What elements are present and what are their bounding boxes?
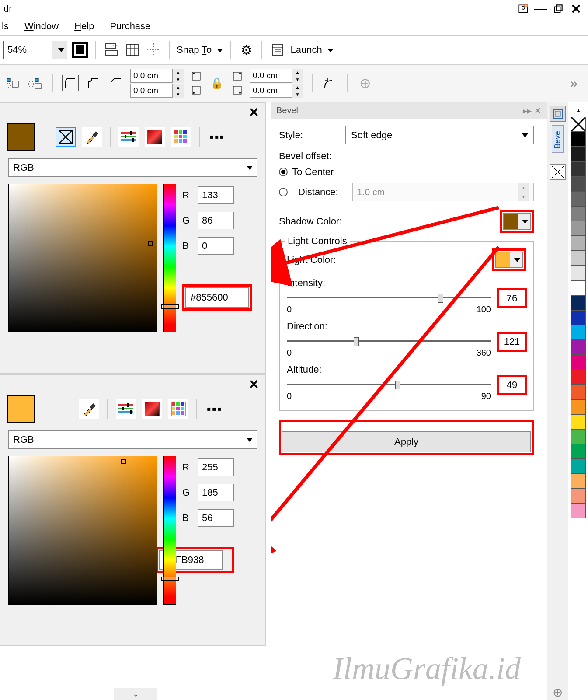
palette-swatch[interactable] xyxy=(571,161,586,176)
corner-tl-input[interactable] xyxy=(131,69,172,82)
corner-br-input[interactable] xyxy=(250,84,292,97)
no-color-swatch[interactable] xyxy=(571,117,586,132)
eyedropper-button[interactable] xyxy=(79,399,99,419)
palette-swatch[interactable] xyxy=(571,489,586,504)
sliders-view-button[interactable] xyxy=(118,127,139,147)
menu-window[interactable]: Window xyxy=(24,21,59,32)
palette-swatch[interactable] xyxy=(571,370,586,385)
bevel-dock-tab[interactable]: Bevel xyxy=(552,125,564,153)
palette-swatch[interactable] xyxy=(571,474,586,489)
apply-button[interactable]: Apply xyxy=(282,431,531,452)
palette-swatch[interactable] xyxy=(571,251,586,266)
color-gradient-area[interactable] xyxy=(8,456,157,605)
palette-view-button[interactable] xyxy=(171,127,191,147)
altitude-slider[interactable]: 49 xyxy=(287,379,526,390)
intensity-slider[interactable]: 76 xyxy=(287,292,526,304)
palette-swatch[interactable] xyxy=(571,310,586,325)
palette-swatch[interactable] xyxy=(571,444,586,459)
menu-tools-fragment[interactable]: ls xyxy=(2,21,9,32)
r-value-input[interactable] xyxy=(198,458,234,476)
show-rulers-icon[interactable] xyxy=(103,42,120,58)
b-value-input[interactable] xyxy=(198,237,234,255)
show-grid-icon[interactable] xyxy=(124,42,141,58)
palette-swatch[interactable] xyxy=(571,266,586,280)
bevel-docker-icon[interactable] xyxy=(550,106,566,122)
corner-scallop-icon[interactable] xyxy=(85,75,101,91)
color-viewer-button[interactable] xyxy=(142,399,162,419)
hue-slider[interactable] xyxy=(163,184,176,332)
more-options-icon[interactable]: ▪▪▪ xyxy=(207,402,223,416)
palette-scroll-up[interactable]: ▴ xyxy=(577,106,580,114)
palette-swatch[interactable] xyxy=(571,459,586,474)
unknown-docker-icon[interactable] xyxy=(550,164,566,180)
palette-swatch[interactable] xyxy=(571,355,586,370)
show-guidelines-icon[interactable] xyxy=(145,42,162,58)
launch-label[interactable]: Launch xyxy=(290,44,333,56)
palette-swatch[interactable] xyxy=(571,399,586,414)
to-center-radio[interactable] xyxy=(279,168,288,176)
shadow-color-button[interactable] xyxy=(503,213,531,230)
palette-swatch[interactable] xyxy=(571,429,586,444)
wrap-state-icon[interactable] xyxy=(4,75,21,91)
wrap-state-2-icon[interactable] xyxy=(27,75,44,91)
palette-swatch[interactable] xyxy=(571,176,586,191)
hex-value-input[interactable] xyxy=(185,287,249,308)
palette-swatch[interactable] xyxy=(571,340,586,355)
corner-bl-input[interactable] xyxy=(131,84,172,97)
corner-round-icon[interactable] xyxy=(62,75,79,91)
style-combo[interactable]: Soft edge xyxy=(345,126,534,144)
application-launcher-icon[interactable] xyxy=(269,42,286,58)
lock-corners-icon[interactable]: 🔒 xyxy=(209,75,225,91)
restore-button[interactable] xyxy=(550,1,567,17)
direction-slider[interactable]: 121 xyxy=(287,336,526,347)
g-value-input[interactable] xyxy=(198,212,234,229)
zoom-level-combo[interactable] xyxy=(3,41,67,59)
docker-collapse-icon[interactable]: ▸▸ ✕ xyxy=(523,105,542,116)
toolbar-overflow[interactable]: » xyxy=(570,76,584,91)
palette-swatch[interactable] xyxy=(571,385,586,399)
palette-view-button[interactable] xyxy=(168,399,188,419)
more-options-icon[interactable]: ▪▪▪ xyxy=(209,130,225,144)
palette-swatch[interactable] xyxy=(571,280,586,295)
hue-slider[interactable] xyxy=(163,456,176,605)
close-button[interactable]: ✕ xyxy=(567,1,585,17)
b-value-input[interactable] xyxy=(198,509,234,527)
minimize-button[interactable]: — xyxy=(532,1,550,17)
fullscreen-icon[interactable] xyxy=(72,42,88,58)
palette-swatch[interactable] xyxy=(571,221,586,236)
add-docker-icon[interactable]: ⊕ xyxy=(550,684,566,700)
palette-swatch[interactable] xyxy=(571,504,586,518)
altitude-value[interactable]: 49 xyxy=(498,376,526,394)
direction-value[interactable]: 121 xyxy=(498,333,526,350)
relative-corner-icon[interactable] xyxy=(322,75,338,91)
snapto-label[interactable]: Snap To xyxy=(177,44,223,56)
horizontal-scroll-hint[interactable] xyxy=(114,688,157,700)
corner-tr-input[interactable] xyxy=(250,69,292,82)
color-model-combo[interactable]: RGB xyxy=(8,430,257,449)
distance-radio[interactable] xyxy=(279,188,288,196)
palette-swatch[interactable] xyxy=(571,236,586,251)
no-fill-button[interactable] xyxy=(56,127,76,147)
palette-swatch[interactable] xyxy=(571,325,586,340)
color-gradient-area[interactable] xyxy=(8,184,157,332)
palette-swatch[interactable] xyxy=(571,206,586,221)
palette-swatch[interactable] xyxy=(571,132,586,147)
g-value-input[interactable] xyxy=(198,484,234,501)
signin-icon[interactable] xyxy=(515,1,532,17)
color-model-combo[interactable]: RGB xyxy=(8,158,257,177)
corner-chamfer-icon[interactable] xyxy=(108,75,124,91)
palette-swatch[interactable] xyxy=(571,147,586,161)
palette-swatch[interactable] xyxy=(571,414,586,429)
intensity-value[interactable]: 76 xyxy=(498,290,526,307)
menu-help[interactable]: Help xyxy=(74,21,94,32)
close-icon[interactable]: ✕ xyxy=(0,375,265,392)
close-icon[interactable]: ✕ xyxy=(0,103,265,120)
add-node-icon[interactable]: ⊕ xyxy=(357,75,373,91)
color-viewer-button[interactable] xyxy=(145,127,165,147)
sliders-view-button[interactable] xyxy=(116,399,136,419)
menu-purchase[interactable]: Purchase xyxy=(110,21,150,32)
zoom-dropdown[interactable] xyxy=(52,41,67,59)
options-gear-icon[interactable]: ⚙ xyxy=(238,42,254,58)
palette-swatch[interactable] xyxy=(571,191,586,206)
eyedropper-button[interactable] xyxy=(82,127,102,147)
